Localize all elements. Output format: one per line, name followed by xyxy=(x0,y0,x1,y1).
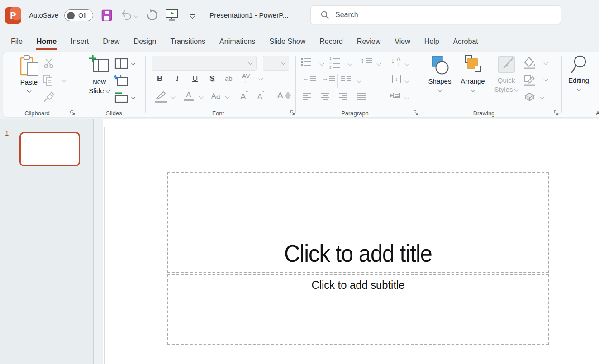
bold-button[interactable]: B xyxy=(157,74,162,83)
clipboard-dialog-launcher[interactable] xyxy=(69,109,76,116)
arrange-button[interactable]: Arrange xyxy=(458,55,488,93)
align-center-button[interactable] xyxy=(321,93,329,100)
bullets-button[interactable] xyxy=(301,58,311,66)
font-color-button[interactable]: A xyxy=(184,90,194,99)
character-spacing-button[interactable]: AV ↔ xyxy=(242,72,250,83)
tab-insert[interactable]: Insert xyxy=(71,32,89,51)
slide-layout-button[interactable] xyxy=(114,58,128,71)
strikethrough-button[interactable]: ab xyxy=(225,75,233,82)
tab-slide-show[interactable]: Slide Show xyxy=(269,32,305,51)
section-button[interactable] xyxy=(114,92,128,105)
search-input[interactable] xyxy=(335,11,525,19)
reset-slide-button[interactable] xyxy=(114,75,128,88)
align-text-chevron-icon[interactable] xyxy=(405,79,409,83)
font-name-input[interactable] xyxy=(155,58,243,68)
format-painter-button[interactable] xyxy=(43,91,54,104)
customize-quick-access-toolbar-button[interactable] xyxy=(185,9,199,23)
tab-home[interactable]: Home xyxy=(37,32,57,51)
tab-view[interactable]: View xyxy=(395,32,410,51)
tab-draw[interactable]: Draw xyxy=(103,32,119,51)
align-right-button[interactable] xyxy=(339,93,347,100)
change-case-chevron-icon[interactable] xyxy=(225,95,230,99)
shape-fill-chevron-icon[interactable] xyxy=(544,61,548,65)
columns-chevron-icon[interactable] xyxy=(357,79,361,83)
convert-to-smartart-button[interactable] xyxy=(390,93,400,98)
panel-splitter[interactable] xyxy=(93,119,103,364)
tab-review[interactable]: Review xyxy=(357,32,380,51)
numbering-button[interactable]: 1 2 3 xyxy=(329,57,340,70)
justify-button[interactable] xyxy=(357,93,366,100)
smartart-chevron-icon[interactable] xyxy=(405,95,409,100)
text-direction-chevron-icon[interactable] xyxy=(405,61,409,66)
text-highlight-color-button[interactable] xyxy=(155,91,167,100)
tab-animations[interactable]: Animations xyxy=(219,32,255,51)
tab-transitions[interactable]: Transitions xyxy=(170,32,205,51)
increase-font-size-button[interactable]: Aˆ xyxy=(240,90,248,102)
align-left-button[interactable] xyxy=(303,93,311,100)
font-dialog-launcher[interactable] xyxy=(289,109,295,116)
align-text-button[interactable]: ↕ xyxy=(392,75,401,83)
slide-layout-chevron-icon[interactable] xyxy=(131,61,136,66)
increase-indent-button[interactable]: → xyxy=(322,76,335,81)
undo-dropdown-chevron-icon[interactable] xyxy=(134,13,138,18)
shape-outline-chevron-icon[interactable] xyxy=(544,77,548,82)
autosave-toggle[interactable]: Off xyxy=(64,9,93,21)
italic-button[interactable]: I xyxy=(176,74,179,83)
shape-effects-chevron-icon[interactable] xyxy=(540,95,545,99)
copy-button[interactable] xyxy=(43,74,53,88)
line-spacing-button[interactable]: ↕ xyxy=(361,57,372,64)
shape-fill-button[interactable] xyxy=(523,57,536,71)
paste-button[interactable]: Paste xyxy=(13,55,45,94)
font-name-chevron-icon[interactable] xyxy=(248,61,253,65)
tab-help[interactable]: Help xyxy=(424,32,439,51)
tab-design[interactable]: Design xyxy=(134,32,157,51)
tab-file[interactable]: File xyxy=(11,32,23,51)
shapes-button[interactable]: Shapes xyxy=(425,55,455,93)
slide-surface[interactable]: Click to add title Click to add subtitle xyxy=(104,127,599,364)
decrease-font-size-button[interactable]: Aˇ xyxy=(257,90,264,101)
new-slide-icon xyxy=(89,54,109,76)
save-button[interactable] xyxy=(101,9,113,24)
font-name-combobox[interactable] xyxy=(152,56,257,71)
paragraph-dialog-launcher[interactable] xyxy=(413,109,419,116)
paste-dropdown-chevron-icon[interactable] xyxy=(27,89,31,93)
shape-outline-button[interactable] xyxy=(523,73,536,88)
powerpoint-app-icon[interactable]: P xyxy=(5,7,21,24)
decrease-indent-button[interactable]: ← xyxy=(303,76,316,81)
new-slide-button[interactable]: New Slide xyxy=(83,54,115,95)
highlight-color-chevron-icon[interactable] xyxy=(171,95,176,99)
tab-acrobat[interactable]: Acrobat xyxy=(453,32,478,51)
shape-effects-button[interactable] xyxy=(523,92,536,104)
drawing-dialog-launcher[interactable] xyxy=(553,109,559,116)
editing-button[interactable]: Editing xyxy=(564,55,593,92)
change-case-button[interactable]: Aa xyxy=(211,92,220,100)
text-direction-button[interactable]: ↓ A ↓ xyxy=(391,56,404,69)
search-box[interactable] xyxy=(310,5,561,24)
columns-button[interactable] xyxy=(341,76,351,81)
redo-button[interactable] xyxy=(146,9,158,23)
copy-dropdown-chevron-icon[interactable] xyxy=(62,78,67,82)
title-placeholder[interactable]: Click to add title xyxy=(167,172,549,273)
clipboard-group-label: Clipboard xyxy=(8,110,67,117)
tab-record[interactable]: Record xyxy=(319,32,343,51)
section-chevron-icon[interactable] xyxy=(131,95,136,99)
bullets-chevron-icon[interactable] xyxy=(320,61,324,66)
font-size-input[interactable] xyxy=(266,58,280,68)
text-shadow-button[interactable]: S xyxy=(209,74,214,83)
start-slideshow-button[interactable] xyxy=(165,9,179,24)
slide-thumbnail[interactable] xyxy=(19,132,80,166)
font-size-combobox[interactable] xyxy=(263,56,289,71)
decrease-indent-icon xyxy=(310,76,316,81)
subtitle-placeholder[interactable]: Click to add subtitle xyxy=(167,274,549,345)
line-spacing-chevron-icon[interactable] xyxy=(377,61,381,66)
font-color-chevron-icon[interactable] xyxy=(199,95,204,99)
undo-button[interactable] xyxy=(120,9,138,21)
underline-button[interactable]: U xyxy=(192,74,198,83)
font-size-chevron-icon[interactable] xyxy=(281,61,286,65)
numbering-icon: 1 2 3 xyxy=(329,57,340,70)
quick-styles-button[interactable]: Quick Styles xyxy=(492,55,521,93)
numbering-chevron-icon[interactable] xyxy=(348,61,352,66)
clear-formatting-button[interactable]: A xyxy=(277,90,290,100)
cut-button[interactable] xyxy=(43,57,54,71)
character-spacing-chevron-icon[interactable] xyxy=(259,76,263,81)
